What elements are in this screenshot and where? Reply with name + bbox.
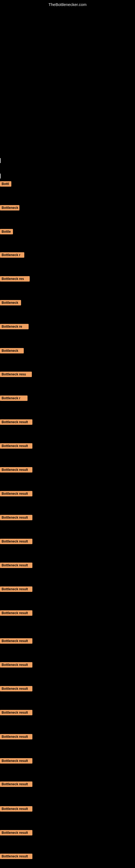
bottleneck-item-6[interactable]: Bottleneck re <box>0 324 29 329</box>
bottleneck-item-10[interactable]: Bottleneck result <box>0 420 32 425</box>
bottleneck-item-13[interactable]: Bottleneck result <box>0 491 32 496</box>
bottleneck-item-16[interactable]: Bottleneck result <box>0 563 32 568</box>
bottleneck-item-24[interactable]: Bottleneck result <box>0 758 32 764</box>
bottleneck-item-27[interactable]: Bottleneck result <box>0 830 32 835</box>
bottleneck-item-20[interactable]: Bottleneck result <box>0 662 32 668</box>
bottleneck-item-2[interactable]: Bottle <box>0 229 13 235</box>
bottleneck-item-26[interactable]: Bottleneck result <box>0 806 32 812</box>
bottleneck-item-12[interactable]: Bottleneck result <box>0 467 32 472</box>
bottleneck-item-0[interactable]: Bottl <box>0 181 11 187</box>
bottleneck-item-19[interactable]: Bottleneck result <box>0 638 32 644</box>
bottleneck-item-1[interactable]: Bottleneck <box>0 205 19 211</box>
bottleneck-item-22[interactable]: Bottleneck result <box>0 710 32 715</box>
bottleneck-item-8[interactable]: Bottleneck resu <box>0 372 32 377</box>
bottleneck-item-7[interactable]: Bottleneck <box>0 348 24 353</box>
bottleneck-item-17[interactable]: Bottleneck result <box>0 586 32 592</box>
bottleneck-item-5[interactable]: Bottleneck <box>0 300 21 305</box>
bottleneck-item-11[interactable]: Bottleneck result <box>0 443 32 448</box>
bottleneck-item-21[interactable]: Bottleneck result <box>0 686 32 691</box>
bottleneck-item-9[interactable]: Bottleneck r <box>0 396 28 401</box>
cursor-line-1 <box>0 174 1 179</box>
bottleneck-item-14[interactable]: Bottleneck result <box>0 515 32 520</box>
site-title: TheBottlenecker.com <box>49 2 87 7</box>
bottleneck-item-23[interactable]: Bottleneck result <box>0 734 32 739</box>
bottleneck-item-4[interactable]: Bottleneck res <box>0 276 30 282</box>
bottleneck-item-18[interactable]: Bottleneck result <box>0 610 32 616</box>
cursor-line-0 <box>0 158 1 163</box>
bottleneck-item-3[interactable]: Bottleneck r <box>0 252 24 258</box>
bottleneck-item-25[interactable]: Bottleneck result <box>0 781 32 787</box>
bottleneck-item-28[interactable]: Bottleneck result <box>0 854 32 859</box>
bottleneck-item-15[interactable]: Bottleneck result <box>0 539 32 544</box>
